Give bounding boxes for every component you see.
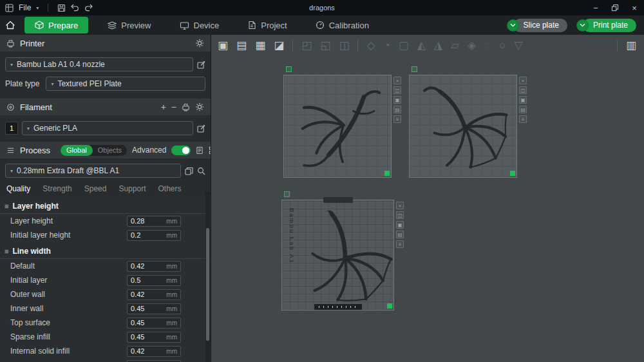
skip-plate-icon[interactable]: ◫ (393, 86, 401, 94)
tab-device[interactable]: Device (169, 15, 230, 35)
plate-settings-icon[interactable]: ▤ (519, 106, 527, 113)
chevron-down-icon: ▾ (51, 81, 53, 87)
line-width-support-input[interactable]: 0.42 mm (127, 360, 181, 362)
line-width-top-surface-input[interactable]: 0.45 mm (127, 318, 181, 329)
undo-icon[interactable] (71, 4, 79, 12)
lay-flat-icon: ◮ (434, 40, 442, 51)
build-plate-1[interactable]: × ◫ ▣ ▤ ≡ (283, 75, 392, 178)
process-scope-switch[interactable]: Global Objects (61, 145, 127, 156)
tab-preview[interactable]: Preview (97, 15, 161, 35)
preset-copy-icon[interactable] (185, 167, 193, 175)
mirror-icon: ◭ (417, 40, 426, 51)
scope-global[interactable]: Global (61, 145, 93, 156)
redo-icon[interactable] (84, 4, 93, 12)
filament-slot-badge[interactable]: 1 (5, 122, 18, 135)
support-paint-icon: ▽ (515, 40, 523, 51)
process-tab-quality[interactable]: Quality (6, 184, 30, 193)
process-tab-support[interactable]: Support (118, 184, 146, 193)
close-button[interactable]: × (625, 0, 644, 15)
printer-settings-gear-icon[interactable] (195, 39, 204, 48)
add-plate-icon[interactable]: ▤ (236, 40, 247, 51)
tab-calibration[interactable]: Calibration (305, 15, 379, 35)
app-window: File ▾ dragons − × Prepare Preview Devic… (0, 0, 644, 362)
printer-preset-select[interactable]: ▾ Bambu Lab A1 0.4 nozzle (5, 57, 193, 71)
initial-layer-height-input[interactable]: 0.2 mm (127, 230, 181, 241)
arrange-icon[interactable]: ▦ (255, 40, 265, 51)
plate-type-label: Plate type (5, 79, 39, 88)
minimize-button[interactable]: − (586, 0, 605, 15)
advanced-toggle[interactable] (171, 146, 191, 155)
printer-edit-icon[interactable] (197, 61, 205, 69)
tab-project[interactable]: Project (237, 15, 297, 35)
line-width-internal-solid-input[interactable]: 0.42 mm (127, 346, 181, 357)
filament-edit-icon[interactable] (197, 124, 205, 133)
process-tab-speed[interactable]: Speed (84, 184, 107, 193)
plate-settings-icon[interactable]: ▤ (393, 106, 401, 113)
plate-type-select[interactable]: ▾ Textured PEI Plate (46, 77, 205, 91)
restore-button[interactable] (605, 0, 625, 15)
line-width-outer-wall-input[interactable]: 0.42 mm (127, 289, 181, 300)
preset-search-icon[interactable] (197, 167, 205, 175)
filament-settings-gear-icon[interactable] (195, 102, 204, 111)
param-row: Top surface 0.45 mm (0, 316, 211, 330)
plate-name-icon[interactable]: ≡ (393, 115, 401, 123)
dragon-model[interactable] (293, 83, 382, 171)
line-width-sparse-infill-input[interactable]: 0.45 mm (127, 332, 181, 343)
dragon-model[interactable] (420, 81, 510, 175)
add-filament-icon[interactable]: + (161, 102, 166, 112)
sidebar-scrollbar[interactable] (205, 192, 210, 362)
ams-sync-icon[interactable] (182, 103, 190, 111)
auto-orient-icon[interactable]: ◪ (274, 40, 284, 51)
dragon-model[interactable] (298, 211, 393, 306)
plate-action-stack: × ◫ ▣ ▤ ≡ (519, 77, 527, 123)
print-plate-button[interactable]: Print plate (576, 19, 636, 32)
skip-plate-icon[interactable]: ◫ (396, 211, 404, 219)
delete-plate-icon[interactable]: × (519, 77, 527, 84)
line-width-default-input[interactable]: 0.42 mm (127, 261, 181, 272)
delete-plate-icon[interactable]: × (393, 77, 401, 84)
process-tab-strength[interactable]: Strength (43, 184, 71, 193)
process-page-icon[interactable] (196, 146, 204, 155)
plate-name-icon[interactable]: ≡ (519, 115, 527, 123)
plate-name-icon[interactable]: ≡ (396, 240, 404, 248)
layer-height-input[interactable]: 0.28 mm (127, 216, 181, 227)
viewport-3d[interactable]: ▣ ▤ ▦ ◪ ◰ ◱ ◫ ◇ ◔ ▢ ◭ ◮ ▱ ◈ ◌ ○ ▽ ▥ (211, 35, 644, 362)
file-menu-chevron-icon[interactable]: ▾ (36, 5, 39, 11)
process-modules-icon[interactable] (209, 146, 211, 155)
delete-plate-icon[interactable]: × (396, 202, 404, 209)
add-object-icon[interactable]: ▣ (218, 40, 228, 51)
build-plate-2[interactable]: × ◫ ▣ ▤ ≡ (409, 75, 517, 178)
filament-preset-select[interactable]: ▾ Generic PLA (22, 121, 193, 135)
monitor-icon (180, 21, 189, 30)
layers-icon (108, 21, 117, 30)
variable-layer-height-icon[interactable]: ▥ (626, 40, 636, 51)
home-button[interactable] (0, 15, 21, 35)
process-tab-others[interactable]: Others (158, 184, 181, 193)
lock-plate-icon[interactable]: ▣ (396, 221, 404, 229)
slice-dropdown-icon[interactable] (507, 19, 519, 32)
remove-filament-icon[interactable]: − (171, 102, 176, 112)
print-dropdown-icon[interactable] (576, 19, 589, 32)
cut-icon: ▱ (451, 40, 459, 51)
scrollbar-thumb[interactable] (206, 228, 209, 341)
advanced-label: Advanced (132, 146, 166, 155)
line-width-initial-layer-input[interactable]: 0.5 mm (127, 275, 181, 286)
lock-plate-icon[interactable]: ▣ (519, 96, 527, 104)
merge-icon: ◫ (339, 40, 349, 51)
file-menu[interactable]: File (19, 3, 31, 12)
scope-objects[interactable]: Objects (93, 146, 127, 154)
process-section-header: Process Global Objects Advanced (0, 142, 211, 158)
lock-plate-icon[interactable]: ▣ (393, 96, 401, 104)
plate-settings-icon[interactable]: ▤ (396, 231, 404, 238)
printer-icon (6, 39, 15, 48)
tab-prepare[interactable]: Prepare (24, 17, 88, 33)
slice-plate-button[interactable]: Slice plate (507, 19, 567, 32)
plate-corner-marker (510, 171, 515, 176)
skip-plate-icon[interactable]: ◫ (519, 86, 527, 94)
process-preset-select[interactable]: ▾ 0.28mm Extra Draft @BBL A1 (5, 164, 181, 178)
sidebar: Printer ▾ Bambu Lab A1 0.4 nozzle Plate … (0, 35, 211, 362)
line-width-inner-wall-input[interactable]: 0.45 mm (127, 303, 181, 314)
save-icon[interactable] (57, 4, 66, 12)
app-menu-icon[interactable] (5, 4, 14, 12)
build-plate-3[interactable]: Bambu Lab A1 × ◫ ▣ ▤ ≡ (281, 200, 394, 310)
